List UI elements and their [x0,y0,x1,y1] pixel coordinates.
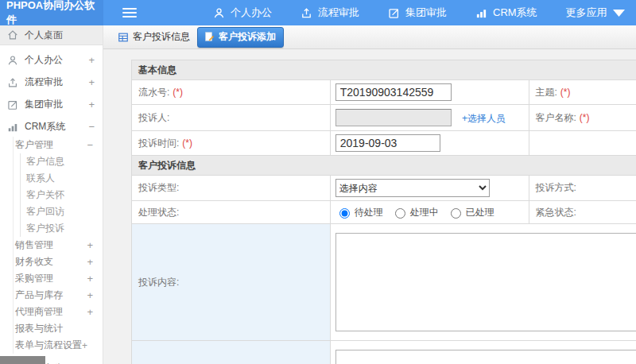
sidebar-item-customer-care[interactable]: 客户关怀 [21,187,103,203]
sidebar-toggle[interactable]: − [88,122,95,132]
sidebar-toggle[interactable]: + [82,340,87,351]
secondary-textarea[interactable] [335,350,636,364]
workflow-icon [7,77,18,88]
top-navbar: PHPOA协同办公软件 个人办公 流程审批 集团审批 CRM系统 更多应用 [0,0,636,25]
field-label: 客户名称: [536,112,576,123]
complaint-type-select[interactable]: 选择内容 [335,179,490,197]
sidebar-item-label: 产品与库存 [15,288,63,302]
sidebar-item-group-approval[interactable]: 集团审批 + [0,95,103,114]
complaint-content-field-cell [330,224,636,341]
radio-pending[interactable]: 待处理 [335,206,383,219]
nav-crm-system[interactable]: CRM系统 [475,6,537,20]
sidebar-toggle[interactable]: + [88,55,95,65]
serial-label-cell: 流水号:(*) [132,80,331,105]
nav-group-approval[interactable]: 集团审批 [388,6,447,20]
menu-toggle-icon[interactable] [122,8,137,17]
sidebar-item-purchasing[interactable]: 采购管理 + [14,270,103,287]
field-label: 流水号: [138,87,169,98]
crm-submenu: 客户管理 − 客户信息 联系人 客户关怀 客户回访 客户投诉 销售管理 + 财务… [13,137,103,354]
tab-complaint-add[interactable]: 客户投诉添加 [197,27,284,48]
complaint-time-input[interactable] [335,134,440,152]
nav-process-approval[interactable]: 流程审批 [301,6,359,20]
section-header-basic: 基本信息 [132,60,636,80]
sidebar-item-finance[interactable]: 财务收支 + [14,254,103,270]
complainant-field-cell: +选择人员 [330,105,529,131]
sidebar-item-customer-mgmt[interactable]: 客户管理 − [14,137,103,153]
handle-status-radio-group: 待处理 处理中 已处理 [335,206,524,219]
radio-pending-input[interactable] [339,208,350,219]
urgent-status-label-cell: 紧急状态: [529,201,636,224]
radio-label: 处理中 [410,206,439,219]
sidebar-item-contacts[interactable]: 联系人 [21,170,103,187]
complaint-type-label-cell: 投诉类型: [132,176,331,201]
handle-status-label-cell: 处理状态: [132,201,331,224]
sidebar-toggle[interactable]: + [87,290,93,300]
serial-input[interactable] [335,83,452,101]
sidebar-toggle[interactable]: + [88,99,95,110]
sidebar-item-customer-visit[interactable]: 客户回访 [21,203,103,220]
sidebar-item-label: 个人办公 [25,53,63,67]
complaint-time-field-cell [330,131,529,156]
home-icon [7,29,18,41]
radio-label: 待处理 [355,206,383,219]
radio-processing-input[interactable] [395,208,405,219]
tab-label: 客户投诉添加 [219,30,276,44]
sidebar-toggle[interactable]: − [87,140,93,150]
sidebar-item-label: 采购管理 [15,272,53,285]
add-page-icon [204,31,215,42]
workflow-icon [301,7,312,19]
sidebar-item-label: 集团审批 [25,98,63,111]
radio-processed-input[interactable] [451,208,461,219]
radio-processed[interactable]: 已处理 [447,206,494,219]
sidebar-toggle[interactable]: + [88,77,95,87]
subject-label-cell: 主题:(*) [529,80,636,105]
sidebar: 个人桌面 个人办公 + 流程审批 + 集团审批 + CRM系统 − 客户管理 −… [0,25,103,364]
field-label: 投诉方式: [536,182,576,193]
edit-icon [7,99,18,110]
sidebar-item-form-flow-settings[interactable]: 表单与流程设置 + [14,337,103,354]
main-content: 基本信息 流水号:(*) 主题:(*) 投诉人: +选择人员 客户名称:(* [103,49,636,364]
tab-label: 客户投诉信息 [133,30,190,44]
handle-status-field-cell: 待处理 处理中 已处理 [330,201,529,224]
sidebar-item-personal[interactable]: 个人办公 + [0,50,103,70]
radio-processing[interactable]: 处理中 [391,206,439,219]
app-logo: PHPOA协同办公软件 [0,0,103,25]
sidebar-item-label: 流程审批 [25,76,63,89]
sidebar-item-agents[interactable]: 代理商管理 + [14,304,103,320]
tab-complaint-info[interactable]: 客户投诉信息 [118,30,190,44]
nav-label: CRM系统 [493,6,537,20]
field-label: 主题: [536,87,557,98]
complaint-form: 基本信息 流水号:(*) 主题:(*) 投诉人: +选择人员 客户名称:(* [131,60,636,364]
required-marker: (*) [182,137,192,149]
sidebar-item-workflow[interactable]: 流程审批 + [0,72,103,92]
complainant-input[interactable] [335,109,452,126]
complaint-content-textarea[interactable] [335,233,636,331]
sidebar-toggle[interactable]: + [87,307,93,317]
required-marker: (*) [560,87,571,98]
sidebar-item-crm[interactable]: CRM系统 − [0,117,103,137]
sidebar-item-label: 联系人 [26,172,55,185]
complainant-label-cell: 投诉人: [132,105,331,131]
edit-icon [388,7,400,19]
complaint-type-field-cell: 选择内容 [330,176,529,201]
sidebar-item-label: 表单与流程设置 [15,339,82,352]
sidebar-toggle[interactable]: + [87,273,93,284]
field-label: 投诉时间: [138,137,179,149]
sidebar-item-desktop[interactable]: 个人桌面 [0,25,103,45]
table-icon [118,32,129,43]
user-icon [7,55,18,66]
choose-person-link[interactable]: +选择人员 [462,113,506,124]
section-header-complaint: 客户投诉信息 [132,156,636,176]
sidebar-item-products-inventory[interactable]: 产品与库存 + [14,287,103,304]
nav-more-apps[interactable]: 更多应用 [566,6,625,20]
sidebar-toggle[interactable]: + [87,240,93,250]
nav-personal-office[interactable]: 个人办公 [213,6,272,20]
sidebar-item-customer-info[interactable]: 客户信息 [21,153,103,170]
next-row-label-cell [132,341,331,364]
next-row-field-cell [330,341,636,364]
sidebar-item-customer-complaint[interactable]: 客户投诉 [21,220,103,237]
sidebar-item-reports[interactable]: 报表与统计 [14,320,103,337]
sidebar-toggle[interactable]: + [87,257,93,267]
sidebar-item-sales[interactable]: 销售管理 + [14,237,103,254]
nav-label: 集团审批 [405,6,447,20]
